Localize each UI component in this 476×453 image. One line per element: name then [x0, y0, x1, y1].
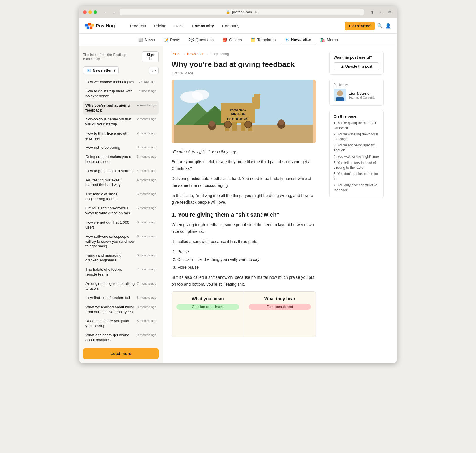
upvote-button[interactable]: ▲ Upvote this post [334, 62, 379, 70]
list-item[interactable]: Doing support makes you a better enginee… [83, 153, 159, 166]
nav-pricing[interactable]: Pricing [150, 22, 170, 30]
subnav-news[interactable]: 📰 News [134, 36, 159, 44]
item-title: Why you're bad at giving feedback [85, 103, 135, 113]
list-item[interactable]: Read this before you pivot your startup … [83, 317, 159, 331]
list-item[interactable]: How not to be boring 3 months ago [83, 143, 159, 152]
list-item[interactable]: A/B testing mistakes I learned the hard … [83, 176, 159, 190]
item-title: The habits of effective remote teams [85, 267, 135, 277]
subnav-questions[interactable]: 💬 Questions [185, 36, 218, 44]
list-item[interactable]: How to think like a growth engineer 2 mo… [83, 129, 159, 143]
item-title: What engineers get wrong about analytics [85, 333, 135, 343]
sidebar-header: The latest from the PostHog community Si… [83, 50, 159, 64]
item-date: 2 months ago [137, 131, 156, 135]
nav-docs[interactable]: Docs [171, 22, 187, 30]
subnav-templates[interactable]: 🗂️ Templates [246, 36, 280, 44]
browser-action-buttons: ⬆ + ⧉ [369, 9, 393, 16]
newsletter-icon-small: 📧 [86, 68, 91, 73]
toc-item-6[interactable]: 6. You don't dedicate time for it [334, 172, 379, 181]
guides-icon: 🎒 [222, 38, 227, 42]
list-item[interactable]: Non-obvious behaviors that will kill you… [83, 115, 159, 129]
svg-rect-3 [87, 26, 89, 29]
close-button[interactable] [83, 10, 87, 14]
minimize-button[interactable] [88, 10, 92, 14]
nav-community[interactable]: Community [188, 22, 217, 30]
user-icon[interactable]: 👤 [385, 23, 391, 29]
svg-rect-17 [254, 94, 260, 99]
comp-right-badge: Fake compliment [249, 304, 311, 310]
list-item[interactable]: What engineers get wrong about analytics… [83, 331, 159, 345]
address-bar[interactable]: 🔒 posthog.com ↻ [120, 9, 364, 15]
toc-item-1[interactable]: 1. You're giving them a "shit sandwich" [334, 121, 379, 131]
list-item[interactable]: How to do startup sales with no experien… [83, 87, 159, 101]
svg-point-29 [337, 90, 343, 96]
toc-item-2[interactable]: 2. You're watering down your message [334, 132, 379, 142]
merch-icon: 🛍️ [320, 38, 325, 42]
item-title: What we learned about hiring from our fi… [85, 305, 135, 315]
list-item[interactable]: Hiring (and managing) cracked engineers … [83, 251, 159, 265]
sign-in-button[interactable]: Sign in [142, 51, 159, 62]
toc-item-4[interactable]: 4. You wait for the "right" time [334, 154, 379, 159]
sub-nav: 📰 News 📝 Posts 💬 Questions 🎒 Guides 🗂️ T… [79, 34, 397, 46]
list-item[interactable]: How first-time founders fail 8 months ag… [83, 294, 159, 302]
item-title: The magic of small engineering teams [85, 192, 135, 202]
forward-button[interactable]: › [110, 9, 117, 16]
item-title: How to get a job at a startup [85, 169, 135, 174]
maximize-button[interactable] [94, 10, 97, 14]
newsletter-dropdown[interactable]: 📧 Newsletter ▾ [83, 66, 119, 74]
breadcrumb-newsletter[interactable]: Newsletter [187, 52, 204, 56]
item-date: 9 months ago [137, 333, 156, 337]
item-date: 3 months ago [137, 145, 156, 149]
list-item[interactable]: What we learned about hiring from our fi… [83, 303, 159, 317]
list-item[interactable]: The habits of effective remote teams 7 m… [83, 265, 159, 279]
author-card: Posted by Lior Neu-ner Technical Content… [329, 79, 384, 106]
list-item[interactable]: The magic of small engineering teams 5 m… [83, 190, 159, 204]
get-started-button[interactable]: Get started [345, 22, 375, 30]
sort-icon: ↕ [152, 68, 153, 73]
item-title: Non-obvious behaviors that will kill you… [85, 117, 135, 127]
section1-title: 1. You're giving them a "shit sandwich" [172, 211, 316, 218]
list-item-active[interactable]: Why you're bad at giving feedback a mont… [83, 101, 159, 115]
toc-item-5[interactable]: 5. You tell a story instead of sticking … [334, 161, 379, 170]
nav-products[interactable]: Products [127, 22, 149, 30]
author-details: Lior Neu-ner Technical Content... [349, 91, 377, 99]
subnav-merch[interactable]: 🛍️ Merch [316, 36, 342, 44]
useful-title: Was this post useful? [334, 55, 379, 60]
list-item[interactable]: How software salespeople will try to scr… [83, 232, 159, 251]
list-item[interactable]: How to get a job at a startup 4 months a… [83, 167, 159, 176]
subnav-guides[interactable]: 🎒 Guides [218, 36, 246, 44]
back-button[interactable]: ‹ [102, 9, 109, 16]
svg-rect-0 [85, 24, 88, 26]
toc-item-7[interactable]: 7. You only give constructive feedback [334, 183, 379, 193]
item-title: How to think like a growth engineer [85, 131, 135, 141]
load-more-button[interactable]: Load more [83, 348, 159, 359]
list-item[interactable]: Obvious and non-obvious ways to write gr… [83, 204, 159, 218]
subnav-posts[interactable]: 📝 Posts [159, 36, 184, 44]
tabs-button[interactable]: ⧉ [386, 9, 393, 16]
new-tab-button[interactable]: + [377, 9, 384, 16]
nav-company[interactable]: Company [219, 22, 243, 30]
item-title: How we got our first 1,000 users [85, 220, 135, 230]
svg-rect-30 [336, 97, 344, 101]
subnav-newsletter[interactable]: 📧 Newsletter [280, 36, 315, 44]
main-layout: The latest from the PostHog community Si… [79, 46, 397, 363]
svg-rect-4 [90, 26, 92, 29]
search-icon[interactable]: 🔍 [377, 23, 383, 29]
logo[interactable]: PostHog [85, 23, 115, 29]
reload-icon[interactable]: ↻ [255, 10, 258, 14]
list-item[interactable]: How we choose technologies 24 days ago [83, 78, 159, 87]
sort-button[interactable]: ↕ ▾ [149, 67, 159, 74]
toc-card: On this page 1. You're giving them a "sh… [329, 110, 384, 198]
item-date: 6 months ago [137, 234, 156, 238]
list-item[interactable]: An engineer's guide to talking to users … [83, 279, 159, 293]
share-button[interactable]: ⬆ [369, 9, 375, 16]
logo-icon [85, 23, 94, 29]
item-title: How first-time founders fail [85, 296, 135, 300]
questions-icon: 💬 [189, 38, 194, 42]
traffic-lights [83, 10, 97, 14]
sandwich-list: Praise Criticism – i.e. the thing you re… [177, 248, 316, 271]
article-date: Oct 24, 2024 [172, 71, 316, 75]
breadcrumb-posts[interactable]: Posts [172, 52, 180, 56]
list-item[interactable]: How we got our first 1,000 users 6 month… [83, 218, 159, 232]
toc-item-3[interactable]: 3. You're not being specific enough [334, 143, 379, 153]
item-title: How to do startup sales with no experien… [85, 89, 136, 99]
